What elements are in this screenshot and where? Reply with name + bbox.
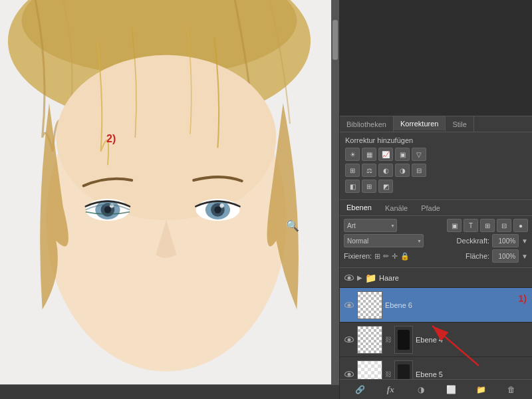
panel-top-area [340,0,532,116]
bw-icon-btn[interactable]: ◐ [378,164,393,177]
thumb-checker-ebene6 [358,292,382,319]
eye-icon-haare [344,275,354,281]
layer-name-ebene6: Ebene 6 [385,301,528,309]
mask-thumb-ebene4 [398,330,410,350]
layer-item-ebene5[interactable]: ⛓ Ebene 5 [340,357,532,379]
blend-opacity-row: Normal Deckkraft: ▼ [344,234,528,247]
korrektur-section: Korrektur hinzufügen ☀ ▦ 📈 ▣ ▽ ⊞ ⚖ ◐ ◑ ⊟… [340,132,532,200]
layer-group-haare[interactable]: ▶ 📁 Haare [340,268,532,288]
korrektur-icon-row-3: ◧ ⊞ ◩ [345,180,527,193]
fixieren-row: Fixieren: ⊞ ✏ ✛ 🔒 Fläche: ▼ [344,249,528,263]
blend-mode-select-wrapper[interactable]: Normal [344,234,424,247]
fix-position-icon[interactable]: ✛ [392,252,398,261]
layer-tabs: Ebenen Kanäle Pfade [340,200,532,216]
fixieren-label: Fixieren: [344,252,372,260]
annotation-2: 2) [106,133,116,145]
visibility-ebene4[interactable] [344,334,354,345]
layer-filter-btn1[interactable]: ▣ [447,219,462,232]
posterize-icon-btn[interactable]: ⊞ [362,180,376,193]
chain-link-ebene4: ⛓ [385,336,392,343]
eye-icon-ebene4 [344,336,354,342]
tab-stile[interactable]: Stile [446,116,473,132]
zoom-icon: 🔍 [286,219,299,232]
delete-bottom-icon[interactable]: 🗑 [505,383,518,396]
link-bottom-icon[interactable]: 🔗 [354,383,367,396]
eye-icon-ebene6 [344,302,354,308]
layer-filter-btn2[interactable]: T [464,219,478,232]
tab-kanaele[interactable]: Kanäle [378,200,414,215]
canvas-image [0,0,339,399]
thumb-checker-ebene4 [358,327,382,353]
layer-thumb-ebene5 [357,360,382,380]
layer-filter-btn5[interactable]: ● [513,219,528,232]
panel-bottom-toolbar: 🔗 fx ◑ ⬜ 📁 🗑 [340,379,532,399]
visibility-haare[interactable] [344,273,354,283]
mask-bottom-icon[interactable]: ⬜ [444,383,458,396]
vibrance-icon-btn[interactable]: ⊞ [345,164,360,177]
filter-select[interactable]: Art [344,219,397,232]
chain-link-ebene5: ⛓ [385,370,392,378]
opacity-input[interactable] [492,234,519,247]
layer-name-haare: Haare [379,274,528,282]
svg-point-4 [56,55,276,220]
layer-filter-btn3[interactable]: ⊞ [480,219,495,232]
fix-brush-icon[interactable]: ✏ [383,252,389,261]
hsl-icon-btn[interactable]: ⚖ [362,164,376,177]
korrektur-title: Korrektur hinzufügen [345,136,527,144]
right-panel: Bibliotheken Korrekturen Stile Korrektur… [339,0,532,399]
fx-bottom-icon[interactable]: fx [384,383,397,396]
layer-item-ebene6[interactable]: Ebene 6 1) [340,288,532,323]
group-expand-icon[interactable]: ▶ [357,274,362,281]
canvas-scrollbar-thumb[interactable] [332,20,338,60]
photo-filter-icon-btn[interactable]: ◑ [395,164,410,177]
adjustment-bottom-icon[interactable]: ◑ [414,383,428,396]
flaeche-label: Fläche: [466,252,489,260]
tab-bibliotheken[interactable]: Bibliotheken [340,116,394,132]
fix-transparency-icon[interactable]: ⊞ [374,252,380,261]
layer-thumb-ebene4 [357,326,382,354]
tab-ebenen[interactable]: Ebenen [340,200,378,215]
channel-mix-icon-btn[interactable]: ⊟ [412,164,426,177]
mask-thumb-ebene5 [398,364,410,380]
fix-lock-icon[interactable]: 🔒 [400,252,410,261]
exposure-icon-btn[interactable]: ▣ [395,148,410,161]
filter-select-wrapper[interactable]: Art [344,219,397,232]
blend-mode-select[interactable]: Normal [344,234,424,247]
layer-controls: Art ▣ T ⊞ ⊟ ● Normal Deckkraft: ▼ [340,216,532,268]
svg-point-13 [214,206,221,213]
top-tabs: Bibliotheken Korrekturen Stile [340,116,532,132]
invert-icon-btn[interactable]: ◧ [345,180,360,193]
layer-name-ebene4: Ebene 4 [416,336,528,344]
threshold-icon-btn[interactable]: ◩ [378,180,393,193]
layer-thumb-ebene6 [357,291,382,319]
curves-icon-btn[interactable]: 📈 [378,148,393,161]
flaeche-input[interactable] [492,249,519,263]
opacity-label: Deckkraft: [457,237,490,245]
flaeche-percent: ▼ [521,253,528,260]
visibility-ebene6[interactable] [344,300,354,311]
canvas-bottom-toolbar [0,384,339,399]
tab-korrekturen[interactable]: Korrekturen [394,116,446,132]
layer-name-ebene5: Ebene 5 [416,370,528,378]
levels-icon-btn[interactable]: ▦ [362,148,376,161]
triangle-icon-btn[interactable]: ▽ [412,148,426,161]
layer-mask-ebene5 [394,360,413,380]
layer-item-ebene4[interactable]: ⛓ Ebene 4 [340,323,532,357]
layer-filter-btn4[interactable]: ⊟ [497,219,511,232]
eye-icon-ebene5 [344,371,354,377]
annotation-1: 1) [519,293,527,304]
layer-list: ▶ 📁 Haare Ebene 6 1) ⛓ [340,268,532,379]
group-bottom-icon[interactable]: 📁 [475,383,488,396]
brightness-icon-btn[interactable]: ☀ [345,148,360,161]
korrektur-icon-row-1: ☀ ▦ 📈 ▣ ▽ [345,148,527,161]
layer-mask-ebene4 [394,326,413,354]
filter-row: Art ▣ T ⊞ ⊟ ● [344,219,528,232]
folder-icon-haare: 📁 [365,273,376,283]
tab-pfade[interactable]: Pfade [414,200,447,215]
svg-point-8 [104,206,111,213]
korrektur-icon-row-2: ⊞ ⚖ ◐ ◑ ⊟ [345,164,527,177]
canvas-scrollbar[interactable] [331,0,339,399]
svg-point-14 [220,203,224,207]
visibility-ebene5[interactable] [344,369,354,380]
opacity-percent: ▼ [521,237,528,245]
